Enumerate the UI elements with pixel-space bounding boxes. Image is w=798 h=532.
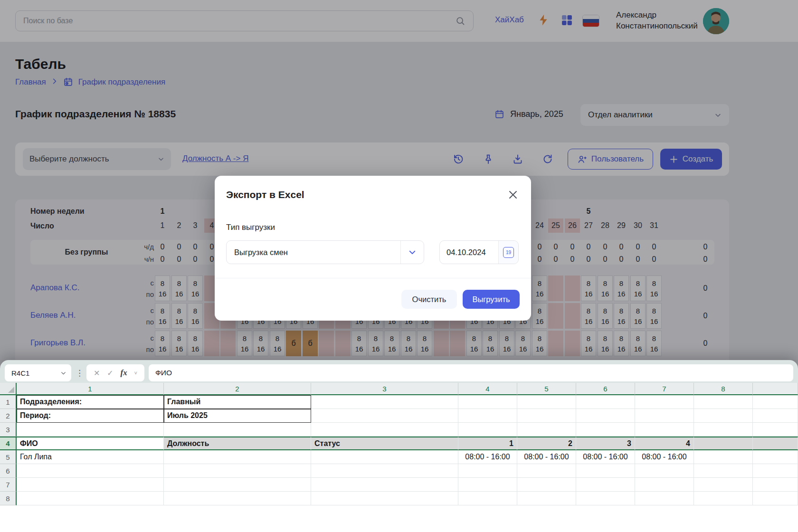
row-header[interactable]: 3 bbox=[0, 423, 17, 437]
spreadsheet-cell[interactable]: 1 bbox=[458, 437, 517, 450]
spreadsheet-cell[interactable] bbox=[753, 492, 798, 505]
spreadsheet-cell[interactable] bbox=[458, 395, 517, 409]
confirm-entry-icon[interactable]: ✓ bbox=[107, 369, 113, 378]
column-header[interactable]: 2 bbox=[164, 383, 311, 395]
spreadsheet-cell[interactable] bbox=[635, 409, 694, 423]
spreadsheet-cell[interactable] bbox=[635, 423, 694, 437]
calendar-picker-icon[interactable]: 19 bbox=[498, 241, 518, 264]
spreadsheet-cell[interactable] bbox=[17, 478, 164, 492]
insert-function-icon[interactable]: fx bbox=[121, 368, 127, 378]
spreadsheet-cell[interactable]: Должность bbox=[164, 437, 311, 450]
spreadsheet-cell[interactable] bbox=[458, 423, 517, 437]
spreadsheet-cell[interactable] bbox=[694, 478, 753, 492]
spreadsheet-cell[interactable]: Подразделения: bbox=[17, 395, 164, 409]
formula-bar[interactable]: ФИО bbox=[149, 364, 793, 381]
row-header[interactable]: 8 bbox=[0, 492, 17, 505]
spreadsheet-cell[interactable] bbox=[694, 464, 753, 478]
spreadsheet-cell[interactable] bbox=[17, 492, 164, 505]
spreadsheet-cell[interactable] bbox=[576, 478, 635, 492]
column-header[interactable]: 8 bbox=[694, 383, 753, 395]
spreadsheet-cell[interactable] bbox=[694, 423, 753, 437]
spreadsheet-cell[interactable] bbox=[576, 409, 635, 423]
export-button[interactable]: Выгрузить bbox=[463, 290, 520, 309]
clear-button[interactable]: Очистить bbox=[401, 290, 457, 309]
spreadsheet-cell[interactable] bbox=[576, 492, 635, 505]
spreadsheet-cell[interactable]: 08:00 - 16:00 bbox=[635, 450, 694, 464]
spreadsheet-cell[interactable] bbox=[458, 409, 517, 423]
spreadsheet-cell[interactable] bbox=[311, 409, 458, 423]
column-header[interactable]: 4 bbox=[458, 383, 517, 395]
spreadsheet-cell[interactable]: 08:00 - 16:00 bbox=[576, 450, 635, 464]
spreadsheet-cell[interactable]: ФИО bbox=[17, 437, 164, 450]
spreadsheet-cell[interactable] bbox=[164, 450, 311, 464]
spreadsheet-cell[interactable] bbox=[753, 450, 798, 464]
spreadsheet-cell[interactable]: 3 bbox=[576, 437, 635, 450]
spreadsheet-cell[interactable]: Июль 2025 bbox=[164, 409, 311, 423]
spreadsheet-cell[interactable]: Период: bbox=[17, 409, 164, 423]
column-header[interactable]: 5 bbox=[517, 383, 576, 395]
spreadsheet-cell[interactable] bbox=[517, 464, 576, 478]
column-header[interactable]: 6 bbox=[576, 383, 635, 395]
spreadsheet-cell[interactable] bbox=[311, 464, 458, 478]
spreadsheet-cell[interactable] bbox=[576, 423, 635, 437]
spreadsheet-cell[interactable] bbox=[164, 464, 311, 478]
spreadsheet-cell[interactable]: 08:00 - 16:00 bbox=[458, 450, 517, 464]
spreadsheet-cell[interactable] bbox=[753, 478, 798, 492]
select-all-corner[interactable] bbox=[0, 383, 17, 395]
spreadsheet-cell[interactable] bbox=[753, 395, 798, 409]
spreadsheet-cell[interactable]: Главный bbox=[164, 395, 311, 409]
spreadsheet-cell[interactable] bbox=[311, 450, 458, 464]
spreadsheet-cell[interactable] bbox=[458, 464, 517, 478]
spreadsheet-cell[interactable] bbox=[635, 478, 694, 492]
spreadsheet-cell[interactable] bbox=[458, 478, 517, 492]
spreadsheet-cell[interactable] bbox=[17, 423, 164, 437]
spreadsheet-cell[interactable]: 4 bbox=[635, 437, 694, 450]
spreadsheet-cell[interactable] bbox=[517, 478, 576, 492]
spreadsheet-cell[interactable] bbox=[694, 450, 753, 464]
spreadsheet-cell[interactable]: Статус bbox=[311, 437, 458, 450]
spreadsheet-cell[interactable] bbox=[576, 464, 635, 478]
spreadsheet-cell[interactable] bbox=[164, 492, 311, 505]
spreadsheet-cell[interactable] bbox=[694, 492, 753, 505]
row-header[interactable]: 4 bbox=[0, 437, 17, 450]
spreadsheet-cell[interactable] bbox=[517, 492, 576, 505]
spreadsheet-cell[interactable]: 2 bbox=[517, 437, 576, 450]
spreadsheet-cell[interactable] bbox=[635, 464, 694, 478]
row-header[interactable]: 2 bbox=[0, 409, 17, 423]
spreadsheet-cell[interactable]: Гол Липа bbox=[17, 450, 164, 464]
spreadsheet-cell[interactable] bbox=[164, 478, 311, 492]
spreadsheet-cell[interactable] bbox=[458, 492, 517, 505]
spreadsheet-cell[interactable] bbox=[753, 423, 798, 437]
spreadsheet-cell[interactable] bbox=[753, 409, 798, 423]
spreadsheet-cell[interactable] bbox=[635, 492, 694, 505]
spreadsheet-cell[interactable] bbox=[311, 395, 458, 409]
spreadsheet-cell[interactable] bbox=[17, 464, 164, 478]
column-header[interactable]: 7 bbox=[635, 383, 694, 395]
spreadsheet-cell[interactable] bbox=[635, 395, 694, 409]
row-header[interactable]: 5 bbox=[0, 450, 17, 464]
spreadsheet-cell[interactable] bbox=[694, 409, 753, 423]
name-box[interactable]: R4C1 bbox=[5, 364, 71, 381]
column-header[interactable]: 1 bbox=[17, 383, 164, 395]
spreadsheet-cell[interactable] bbox=[164, 423, 311, 437]
column-header[interactable]: 3 bbox=[311, 383, 458, 395]
spreadsheet-cell[interactable] bbox=[753, 464, 798, 478]
row-header[interactable]: 1 bbox=[0, 395, 17, 409]
export-date-input[interactable]: 04.10.2024 19 bbox=[439, 240, 519, 264]
row-header[interactable]: 6 bbox=[0, 464, 17, 478]
spreadsheet-cell[interactable] bbox=[517, 409, 576, 423]
column-header[interactable] bbox=[753, 383, 798, 395]
spreadsheet-cell[interactable] bbox=[311, 423, 458, 437]
export-type-select[interactable]: Выгрузка смен bbox=[226, 240, 424, 264]
spreadsheet-cell[interactable] bbox=[753, 437, 798, 450]
spreadsheet-cell[interactable] bbox=[311, 478, 458, 492]
spreadsheet-cell[interactable] bbox=[517, 423, 576, 437]
spreadsheet-cell[interactable]: 08:00 - 16:00 bbox=[517, 450, 576, 464]
cancel-entry-icon[interactable]: ✕ bbox=[94, 369, 100, 378]
chevron-down-icon[interactable]: ˅ bbox=[134, 370, 137, 376]
spreadsheet-cell[interactable] bbox=[311, 492, 458, 505]
spreadsheet-cell[interactable] bbox=[694, 395, 753, 409]
drag-handle-icon[interactable]: ⋮ bbox=[76, 368, 82, 378]
spreadsheet-cell[interactable] bbox=[694, 437, 753, 450]
row-header[interactable]: 7 bbox=[0, 478, 17, 492]
